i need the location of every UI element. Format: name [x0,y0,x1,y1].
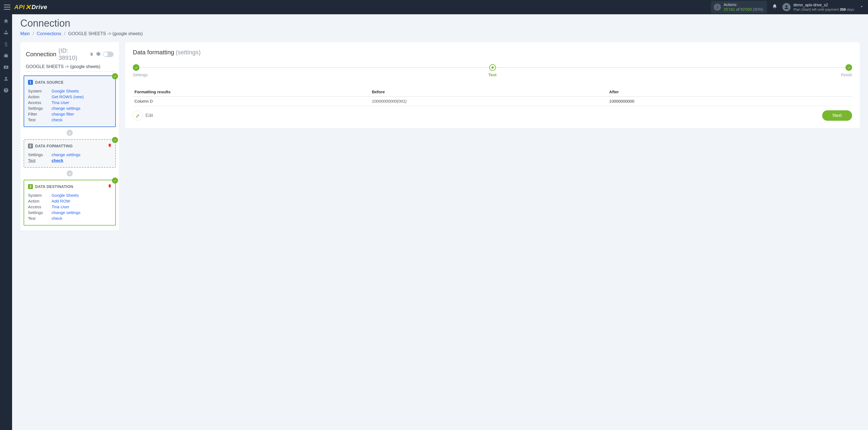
topbar: API ✕ Drive i Actions: 25'161 of 50'000 … [0,0,868,14]
user-text: demo_apix-drive_s2 Plan |Start| left unt… [793,3,854,11]
th-results: Formatting results [133,87,370,97]
breadcrumb-main[interactable]: Main [20,31,30,36]
pencil-icon [133,111,143,120]
table-head-row: Formatting results Before After [133,87,852,97]
step-data-destination[interactable]: 3 DATA DESTINATION SystemGoogle Sheets A… [24,180,116,225]
gear-icon[interactable] [96,52,101,57]
sidebar-video-icon[interactable] [0,61,12,73]
logo[interactable]: API ✕ Drive [14,3,47,11]
step-title-dest: DATA DESTINATION [35,184,73,189]
right-title: Data formatting [133,49,174,56]
connection-panel: Connection (ID: 38910) GOOGLE SHEETS -> … [20,42,119,231]
copy-icon[interactable] [89,52,94,57]
next-button[interactable]: Next [822,110,852,121]
sidebar-connections-icon[interactable] [0,27,12,38]
source-system-link[interactable]: Google Sheets [52,89,79,93]
connection-heading: Connection [26,51,56,58]
sidebar [0,14,12,430]
enable-toggle[interactable] [103,52,114,57]
actions-pct: (50%) [753,7,763,11]
step-num-2: 2 [28,144,33,149]
table-row: Column D 10000000000(001) 10000000000 [133,97,852,106]
step-dot-finish[interactable] [845,64,852,71]
dest-test-link[interactable]: check [52,216,62,221]
content: Connection Main / Connections / GOOGLE S… [12,14,868,430]
right-title-sub: (settings) [176,49,200,56]
step-label-settings: Settings [133,72,148,77]
logo-drive: Drive [32,4,48,11]
step-title-source: DATA SOURCE [35,80,63,85]
menu-toggle[interactable] [4,5,10,10]
check-badge-icon [112,137,118,143]
info-icon: i [714,4,721,11]
source-access-link[interactable]: Tina User [52,100,69,105]
results-table: Formatting results Before After Column D… [133,87,852,106]
delete-destination-button[interactable] [107,184,112,189]
sidebar-billing-icon[interactable] [0,38,12,50]
add-step-button[interactable]: + [67,130,73,136]
page-title: Connection [20,18,860,29]
step-num-3: 3 [28,184,33,189]
actions-label: Actions: [724,2,763,7]
step-num-1: 1 [28,80,33,85]
avatar-icon [782,3,790,11]
svg-rect-1 [5,33,7,34]
notifications-icon[interactable] [772,4,777,10]
actions-chip[interactable]: i Actions: 25'161 of 50'000 (50%) [711,1,767,13]
add-step-button[interactable]: + [67,171,73,177]
dest-system-link[interactable]: Google Sheets [52,193,79,197]
delete-formatting-button[interactable] [107,143,112,149]
edit-button[interactable]: Edit [133,111,153,120]
dest-access-link[interactable]: Tina User [52,205,69,209]
breadcrumb-connections[interactable]: Connections [37,31,61,36]
th-before: Before [370,87,608,97]
user-name: demo_apix-drive_s2 [793,3,854,7]
breadcrumb: Main / Connections / GOOGLE SHEETS -> (g… [20,31,860,36]
step-label-test: Test [489,72,497,77]
dest-action-link[interactable]: Add ROW [52,199,70,203]
step-data-formatting[interactable]: 2 DATA FORMATTING Settingschange setting… [24,139,116,168]
user-menu[interactable]: demo_apix-drive_s2 Plan |Start| left unt… [782,3,854,11]
cell-result: Column D [133,97,370,106]
th-after: After [608,87,852,97]
sidebar-profile-icon[interactable] [0,73,12,85]
sidebar-briefcase-icon[interactable] [0,50,12,61]
chevron-down-icon[interactable] [859,4,864,10]
connection-id: (ID: 38910) [58,47,87,61]
format-test-link[interactable]: check [52,158,63,163]
svg-rect-3 [5,31,7,32]
sidebar-home-icon[interactable] [0,16,12,27]
breadcrumb-current: GOOGLE SHEETS -> (google sheets) [68,31,143,36]
format-settings-link[interactable]: change settings [52,152,81,157]
step-dot-settings[interactable] [133,64,140,71]
sidebar-help-icon[interactable] [0,85,12,96]
cell-before: 10000000000(001) [370,97,608,106]
stepper: Settings Test Finish [133,65,852,76]
actions-text: Actions: 25'161 of 50'000 (50%) [724,2,763,12]
actions-total: 50'000 [740,7,752,11]
source-test-link[interactable]: check [52,118,62,122]
actions-used: 25'161 [724,7,735,11]
source-filter-link[interactable]: change filter [52,112,74,116]
edit-label: Edit [146,113,153,118]
dest-settings-link[interactable]: change settings [52,210,81,215]
svg-rect-0 [4,33,5,34]
check-badge-icon [112,73,118,79]
cell-after: 10000000000 [608,97,852,106]
step-data-source[interactable]: 1 DATA SOURCE SystemGoogle Sheets Action… [24,75,116,127]
logo-api: API [14,4,25,11]
check-badge-icon [112,178,118,184]
logo-x-icon: ✕ [25,3,31,11]
plan-line: Plan |Start| left until payment 359 days [793,7,854,12]
source-action-link[interactable]: Get ROWS (new) [52,94,84,99]
svg-rect-2 [7,33,8,34]
step-label-finish: Finish [841,72,852,77]
step-title-format: DATA FORMATTING [35,144,73,148]
formatting-panel: Data formatting (settings) Settings Test… [125,42,860,128]
source-settings-link[interactable]: change settings [52,106,81,111]
connection-subtitle: GOOGLE SHEETS -> (google sheets) [24,61,116,72]
step-dot-test[interactable] [489,64,496,71]
